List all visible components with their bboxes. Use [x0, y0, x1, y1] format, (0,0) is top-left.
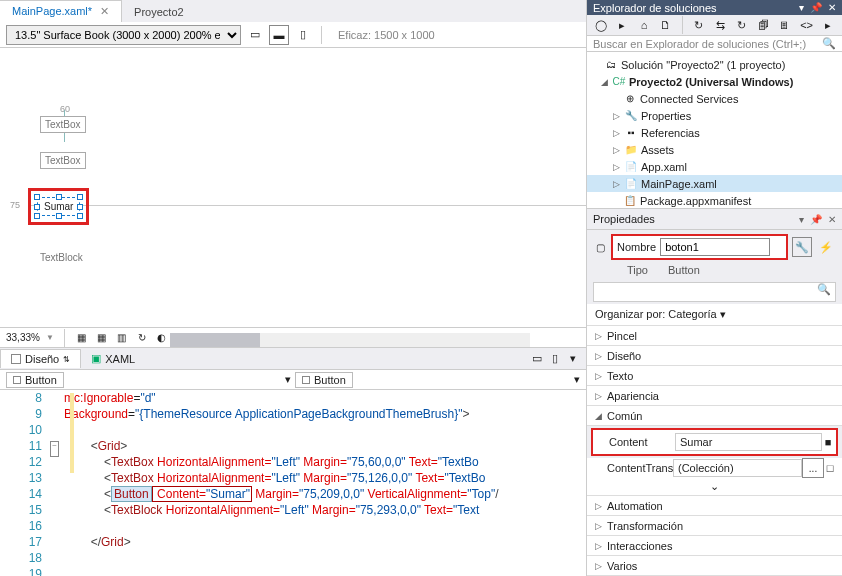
cat-comun[interactable]: ◢Común: [587, 406, 842, 426]
xaml-icon: 📄: [624, 177, 638, 191]
xaml-icon: 📄: [624, 160, 638, 174]
cat-transform[interactable]: ▷Transformación: [587, 516, 842, 536]
solution-tree[interactable]: 🗂Solución "Proyecto2" (1 proyecto) ◢C#Pr…: [587, 52, 842, 208]
edit-button[interactable]: ...: [802, 458, 824, 478]
copy-icon[interactable]: 🗐: [753, 15, 773, 35]
properties-header[interactable]: Propiedades ▾ 📌 ✕: [587, 208, 842, 230]
pin-icon[interactable]: 📌: [810, 2, 822, 13]
zoom-bar: 33,33% ▼ ▦ ▦ ▥ ↻ ◐ ▤ ▭: [0, 327, 586, 347]
fwd-icon[interactable]: ▸: [613, 15, 633, 35]
tab-proyecto2[interactable]: Proyecto2: [122, 2, 196, 22]
cat-pincel[interactable]: ▷Pincel: [587, 326, 842, 346]
prop-marker-icon[interactable]: □: [824, 462, 836, 474]
back-icon[interactable]: ◯: [591, 15, 611, 35]
home-icon[interactable]: ⌂: [634, 15, 654, 35]
phone-icon[interactable]: ▯: [293, 25, 313, 45]
refresh-icon[interactable]: ↻: [689, 15, 709, 35]
cat-varios[interactable]: ▷Varios: [587, 556, 842, 576]
crumb-button-b[interactable]: Button: [295, 372, 353, 388]
organize-by[interactable]: Organizar por: Categoría ▾: [587, 304, 842, 326]
cat-texto[interactable]: ▷Texto: [587, 366, 842, 386]
name-input[interactable]: [660, 238, 770, 256]
refresh-icon[interactable]: ↻: [135, 331, 149, 345]
designer-toolbar: 13.5" Surface Book (3000 x 2000) 200% es…: [0, 22, 586, 48]
dropdown-icon[interactable]: ▾: [799, 214, 804, 225]
document-tabs: MainPage.xaml*✕ Proyecto2: [0, 0, 586, 22]
code-icon[interactable]: <>: [797, 15, 817, 35]
refs-icon: ▪▪: [624, 126, 638, 140]
design-textblock[interactable]: TextBlock: [40, 252, 83, 263]
collapse-icon[interactable]: ⇆: [710, 15, 730, 35]
tree-mainpage[interactable]: ▷📄MainPage.xaml: [587, 175, 842, 192]
selected-button-highlight: Sumar: [28, 188, 89, 225]
split-h-icon[interactable]: ▭: [530, 352, 544, 366]
content-highlight: Content Sumar ■: [591, 428, 838, 456]
xaml-breadcrumb: Button ▾ Button ▾: [0, 370, 586, 390]
show-icon[interactable]: ↻: [732, 15, 752, 35]
solution-explorer-header[interactable]: Explorador de soluciones ▾ 📌 ✕: [587, 0, 842, 15]
wrench-icon: 🔧: [624, 109, 638, 123]
close-icon[interactable]: ✕: [828, 214, 836, 225]
search-icon: 🔍: [817, 283, 831, 295]
tab-xaml[interactable]: ▣XAML: [81, 349, 145, 368]
solution-toolbar: ◯ ▸ ⌂ 🗋 ↻ ⇆ ↻ 🗐 🗏 <> ▸: [587, 15, 842, 36]
orientation-portrait-icon[interactable]: ▭: [245, 25, 265, 45]
connected-icon: ⊕: [623, 92, 637, 106]
design-textbox-1[interactable]: TextBox: [40, 116, 86, 133]
element-icon: ▢: [593, 240, 607, 254]
split-v-icon[interactable]: ▯: [548, 352, 562, 366]
orientation-landscape-icon[interactable]: ▬: [269, 25, 289, 45]
zoom-percent[interactable]: 33,33%: [6, 332, 40, 343]
contenttransitions-value[interactable]: (Colección): [673, 459, 802, 477]
collapse-icon[interactable]: ▾: [566, 352, 580, 366]
close-icon[interactable]: ✕: [828, 2, 836, 13]
crumb-button-a[interactable]: Button: [6, 372, 64, 388]
expand-more-icon[interactable]: ⌄: [587, 478, 842, 496]
pin-icon[interactable]: 📌: [810, 214, 822, 225]
cat-interacciones[interactable]: ▷Interacciones: [587, 536, 842, 556]
events-icon[interactable]: ⚡: [816, 237, 836, 257]
tab-design[interactable]: Diseño⇅: [0, 349, 81, 368]
code-button-tag[interactable]: Button: [111, 486, 152, 502]
change-marker: [70, 393, 74, 473]
design-textbox-2[interactable]: TextBox: [40, 152, 86, 169]
ruler-label: 75: [10, 200, 20, 210]
ruler-label: 60: [60, 104, 70, 114]
effective-size: Eficaz: 1500 x 1000: [338, 29, 435, 41]
manifest-icon: 📋: [623, 194, 637, 208]
project-icon: C#: [612, 75, 626, 89]
cat-automation[interactable]: ▷Automation: [587, 496, 842, 516]
props-search[interactable]: 🔍: [593, 282, 836, 302]
device-select[interactable]: 13.5" Surface Book (3000 x 2000) 200% es…: [6, 25, 241, 45]
solution-search[interactable]: Buscar en Explorador de soluciones (Ctrl…: [587, 36, 842, 52]
close-icon[interactable]: ✕: [100, 5, 109, 17]
grid2-icon[interactable]: ▦: [95, 331, 109, 345]
sync-icon[interactable]: 🗋: [656, 15, 676, 35]
prop-marker-icon[interactable]: ■: [822, 436, 834, 448]
design-button-sumar[interactable]: Sumar: [37, 197, 80, 216]
solution-icon: 🗂: [604, 58, 618, 72]
more-icon[interactable]: ▸: [818, 15, 838, 35]
snap-icon[interactable]: ▥: [115, 331, 129, 345]
dropdown-icon[interactable]: ▾: [799, 2, 804, 13]
name-highlight: Nombre: [611, 234, 788, 260]
line-numbers: 8910111213141516171819: [0, 390, 50, 552]
code-content-attr: Content="Sumar": [152, 486, 252, 502]
wrench-icon[interactable]: 🔧: [792, 237, 812, 257]
tab-mainpage[interactable]: MainPage.xaml*✕: [0, 0, 122, 22]
fold-column[interactable]: −: [50, 390, 64, 552]
xaml-editor[interactable]: 8910111213141516171819 − mc:Ignorable="d…: [0, 390, 586, 552]
grid-icon[interactable]: ▦: [75, 331, 89, 345]
search-icon[interactable]: 🔍: [822, 37, 836, 50]
cat-apariencia[interactable]: ▷Apariencia: [587, 386, 842, 406]
setting-icon[interactable]: ◐: [155, 331, 169, 345]
cat-diseno[interactable]: ▷Diseño: [587, 346, 842, 366]
folder-icon: 📁: [624, 143, 638, 157]
props-icon[interactable]: 🗏: [775, 15, 795, 35]
design-xaml-tabs: Diseño⇅ ▣XAML ▭ ▯ ▾: [0, 348, 586, 370]
content-value[interactable]: Sumar: [675, 433, 822, 451]
design-surface[interactable]: 60 75 TextBox TextBox Sumar TextBlock 33…: [0, 48, 586, 348]
